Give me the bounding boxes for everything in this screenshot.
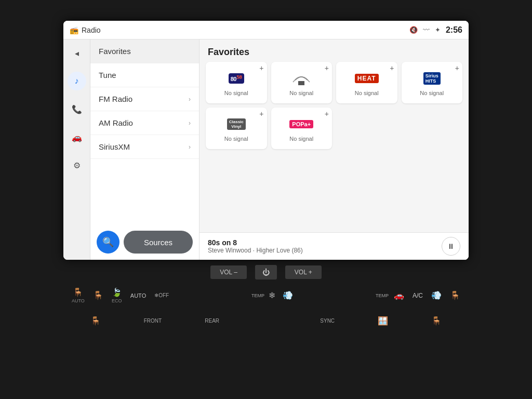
- signal-icon: 〰: [423, 26, 430, 34]
- favorites-grid: + 80⁵⁸ No signal +: [200, 62, 469, 153]
- seat-heat-left-button[interactable]: 🪑 AUTO: [69, 286, 88, 305]
- auto-button[interactable]: AUTO: [127, 291, 149, 300]
- svg-rect-0: [298, 81, 304, 85]
- add-icon: +: [259, 64, 263, 72]
- search-button[interactable]: 🔍: [97, 231, 119, 254]
- title-text: Radio: [82, 26, 101, 34]
- station-logo-heat: HEAT: [351, 69, 382, 88]
- fav-card-80s8[interactable]: + 80⁵⁸ No signal: [206, 62, 267, 103]
- eco-button[interactable]: 🍃 ECO: [109, 286, 125, 305]
- eco-icon: 🍃: [112, 287, 122, 297]
- add-icon: +: [325, 110, 329, 118]
- nav-label-favorites: Favorites: [99, 47, 131, 56]
- bluetooth-icon: ✦: [435, 26, 441, 34]
- sidebar-icon-phone[interactable]: 📞: [68, 100, 86, 118]
- station-logo-siriushits: SiriusHITS: [416, 69, 447, 88]
- chevron-right-icon: ›: [189, 119, 191, 127]
- seat-heat-right-button[interactable]: 🪑: [447, 289, 463, 302]
- station-logo-classicvinyl: ClassicVinyl: [221, 115, 252, 134]
- driver-icon: 🪑: [90, 316, 101, 326]
- add-icon: +: [455, 64, 459, 72]
- vol-minus-button[interactable]: VOL –: [210, 265, 247, 279]
- fav-status-80s8: No signal: [224, 90, 248, 96]
- temp-label-left: TEMP: [251, 293, 264, 298]
- mute-icon: 🔇: [409, 26, 418, 34]
- fav-card-heat[interactable]: + HEAT No signal: [336, 62, 397, 103]
- main-content: ◂ ♪ 📞 🚗 ⚙ Favorites Tune FM Radio ›: [63, 39, 469, 260]
- pause-button[interactable]: ⏸: [442, 237, 460, 256]
- vol-plus-button[interactable]: VOL +: [285, 265, 322, 279]
- seat-icon: 🪑: [73, 287, 83, 297]
- car-frame: 📻 Radio 🔇 〰 ✦ 2:56 ◂ ♪ 📞 🚗 ⚙: [0, 0, 532, 399]
- add-icon: +: [259, 110, 263, 118]
- favorites-header: Favorites: [200, 39, 469, 62]
- fav-card-hits[interactable]: + No signal: [271, 62, 332, 103]
- eco-label: ECO: [112, 298, 122, 303]
- fav-card-pop[interactable]: + POPa+ No signal: [271, 108, 332, 149]
- driver-seat-button[interactable]: 🪑: [87, 314, 104, 327]
- rear-button[interactable]: REAR: [202, 316, 222, 325]
- climate-row-2: 🪑 FRONT REAR SYNC 🪟 🪑: [63, 311, 469, 330]
- fan-up-button[interactable]: 💨: [280, 289, 296, 302]
- sidebar-icon-navigation[interactable]: ◂: [68, 44, 86, 62]
- fav-status-pop: No signal: [289, 136, 313, 142]
- nav-panel: Favorites Tune FM Radio › AM Radio › Sir…: [90, 39, 200, 260]
- ac-off-button[interactable]: ❄OFF: [151, 291, 172, 300]
- sources-button[interactable]: Sources: [124, 231, 193, 254]
- now-playing-station: 80s on 8: [208, 238, 303, 247]
- fav-status-heat: No signal: [355, 90, 379, 96]
- rear-defrost-button[interactable]: 🚗: [391, 289, 407, 302]
- auto-label: AUTO: [72, 298, 85, 303]
- ac-button[interactable]: A/C: [409, 290, 426, 301]
- sidebar-icon-music[interactable]: ♪: [68, 72, 86, 90]
- volume-row: VOL – ⏻ VOL +: [63, 265, 469, 280]
- ac-off-icon: ❄OFF: [154, 292, 169, 298]
- content-panel: Favorites + 80⁵⁸ No signal +: [200, 39, 469, 260]
- nav-item-am[interactable]: AM Radio ›: [90, 111, 199, 135]
- nav-item-tune[interactable]: Tune: [90, 63, 199, 87]
- fav-card-classicvinyl[interactable]: + ClassicVinyl No signal: [206, 108, 267, 149]
- mirror-button[interactable]: 🪟: [375, 314, 391, 327]
- fav-status-hits: No signal: [289, 90, 313, 96]
- chevron-right-icon: ›: [189, 143, 191, 151]
- seat-heat-right-icon: 🪑: [450, 290, 460, 300]
- screen-title: 📻 Radio: [70, 26, 101, 34]
- seat-heat-button-2[interactable]: 🪑: [90, 289, 107, 302]
- sidebar-icons: ◂ ♪ 📞 🚗 ⚙: [63, 39, 90, 260]
- seat-vent-button[interactable]: 💨: [428, 289, 445, 302]
- infotainment-screen: 📻 Radio 🔇 〰 ✦ 2:56 ◂ ♪ 📞 🚗 ⚙: [63, 21, 469, 260]
- passenger-seat-button[interactable]: 🪑: [428, 314, 445, 327]
- fan-down-button[interactable]: ❄: [265, 289, 278, 302]
- sidebar-icon-car[interactable]: 🚗: [68, 128, 86, 147]
- pause-icon: ⏸: [447, 242, 455, 250]
- sync-icon: SYNC: [320, 318, 335, 324]
- nav-label-siriusxm: SiriusXM: [99, 142, 130, 151]
- nav-label-tune: Tune: [99, 71, 116, 79]
- status-icons: 🔇 〰 ✦ 2:56: [409, 25, 462, 35]
- front-defrost-button[interactable]: FRONT: [141, 316, 165, 325]
- power-button[interactable]: ⏻: [255, 265, 277, 280]
- car-controls: VOL – ⏻ VOL + 🪑 AUTO 🪑 🍃 ECO AUTO: [63, 263, 469, 330]
- nav-item-siriusxm[interactable]: SiriusXM ›: [90, 135, 199, 159]
- now-playing-info: 80s on 8 Steve Winwood · Higher Love (86…: [208, 238, 303, 254]
- rear-icon: REAR: [205, 318, 219, 324]
- fav-status-classicvinyl: No signal: [224, 136, 248, 142]
- front-icon: FRONT: [144, 318, 162, 324]
- radio-signal-icon: [291, 71, 312, 86]
- sync-button[interactable]: SYNC: [317, 316, 338, 325]
- fan-icon: ❄: [269, 290, 275, 300]
- top-bar: 📻 Radio 🔇 〰 ✦ 2:56: [63, 21, 469, 39]
- seat-heat-icon: 🪑: [93, 290, 103, 300]
- mirror-icon: 🪟: [378, 316, 388, 326]
- nav-label-fm: FM Radio: [99, 95, 132, 103]
- ac-icon: A/C: [413, 292, 423, 299]
- fav-status-siriushits: No signal: [420, 90, 444, 96]
- nav-item-fm[interactable]: FM Radio ›: [90, 87, 199, 111]
- seat-vent-icon: 💨: [431, 290, 442, 300]
- nav-item-favorites[interactable]: Favorites: [90, 39, 199, 63]
- nav-buttons: 🔍 Sources: [90, 224, 199, 260]
- fav-card-siriushits[interactable]: + SiriusHITS No signal: [402, 62, 463, 103]
- climate-row-1: 🪑 AUTO 🪑 🍃 ECO AUTO ❄OFF TEMP: [63, 283, 469, 308]
- passenger-icon: 🪑: [431, 316, 442, 326]
- sidebar-icon-settings[interactable]: ⚙: [68, 156, 86, 175]
